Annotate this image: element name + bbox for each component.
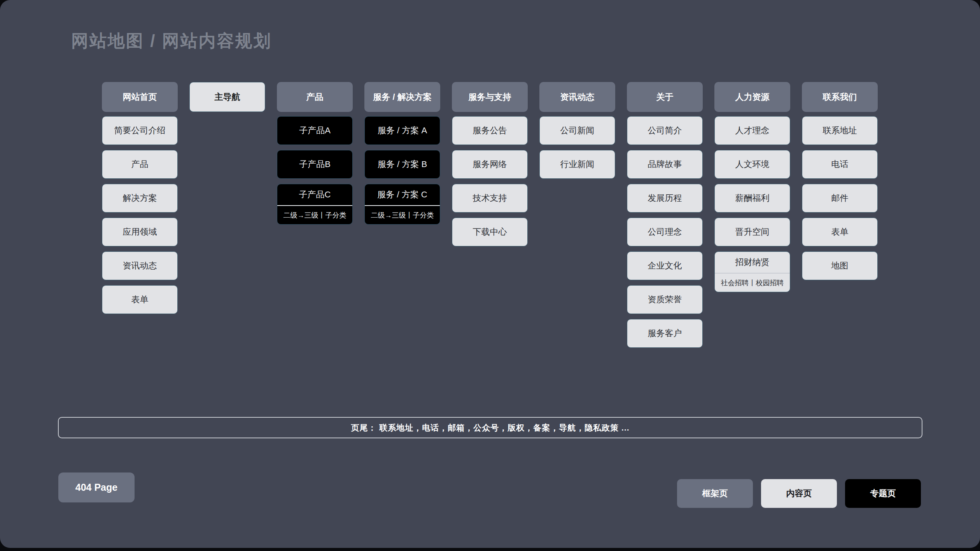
- sitemap-node-home-1[interactable]: 产品: [102, 150, 178, 179]
- node-sub-label: 二级→三级丨子分类: [365, 205, 440, 224]
- legend-special-page[interactable]: 专题页: [845, 479, 921, 508]
- sitemap-node-about-6[interactable]: 服务客户: [627, 319, 703, 348]
- column-about: 关于公司简介品牌故事发展历程公司理念企业文化资质荣誉服务客户: [627, 82, 703, 353]
- sitemap-node-home-5[interactable]: 表单: [102, 285, 178, 314]
- sitemap-node-about-3[interactable]: 公司理念: [627, 218, 703, 246]
- sitemap-node-products-1[interactable]: 子产品B: [277, 150, 353, 179]
- legend-frame-page[interactable]: 框架页: [677, 479, 753, 508]
- sitemap-node-support-2[interactable]: 技术支持: [452, 184, 528, 213]
- node-label: 招财纳贤: [715, 252, 790, 273]
- sitemap-node-hr-0[interactable]: 人才理念: [714, 116, 790, 145]
- sitemap-node-home-3[interactable]: 应用领域: [102, 218, 178, 246]
- sitemap-node-hr-2[interactable]: 薪酬福利: [714, 184, 790, 213]
- sitemap-node-about-0[interactable]: 公司简介: [627, 116, 703, 145]
- node-label: 服务 / 方案 C: [365, 184, 440, 205]
- sitemap-node-products-0[interactable]: 子产品A: [277, 116, 353, 145]
- sitemap-node-hr-4[interactable]: 招财纳贤社会招聘丨校园招聘: [714, 251, 790, 292]
- sitemap-node-about-1[interactable]: 品牌故事: [627, 150, 703, 179]
- sitemap-node-contact-3[interactable]: 表单: [802, 218, 878, 246]
- column-header-services-solutions[interactable]: 服务 / 解决方案: [364, 82, 440, 112]
- column-contact: 联系我们联系地址电话邮件表单地图: [802, 82, 878, 285]
- sitemap-node-services-solutions-1[interactable]: 服务 / 方案 B: [364, 150, 440, 179]
- column-header-support[interactable]: 服务与支持: [452, 82, 528, 112]
- sitemap-node-contact-4[interactable]: 地图: [802, 251, 878, 280]
- column-header-news[interactable]: 资讯动态: [539, 82, 615, 112]
- column-services-solutions: 服务 / 解决方案服务 / 方案 A服务 / 方案 B服务 / 方案 C二级→三…: [364, 82, 440, 230]
- sitemap-node-hr-3[interactable]: 晋升空间: [714, 218, 790, 246]
- node-label: 子产品C: [277, 184, 352, 205]
- column-header-hr[interactable]: 人力资源: [714, 82, 790, 112]
- legend-content-page[interactable]: 内容页: [761, 479, 837, 508]
- sitemap-node-services-solutions-0[interactable]: 服务 / 方案 A: [364, 116, 440, 145]
- sitemap-node-support-0[interactable]: 服务公告: [452, 116, 528, 145]
- sitemap-node-home-0[interactable]: 简要公司介绍: [102, 116, 178, 145]
- sitemap-node-support-3[interactable]: 下载中心: [452, 218, 528, 246]
- node-sub-label: 二级→三级丨子分类: [277, 205, 352, 224]
- column-header-main-nav[interactable]: 主导航: [189, 82, 265, 112]
- sitemap-node-about-4[interactable]: 企业文化: [627, 251, 703, 280]
- column-header-products[interactable]: 产品: [277, 82, 353, 112]
- column-products: 产品子产品A子产品B子产品C二级→三级丨子分类: [277, 82, 353, 230]
- footer-node[interactable]: 页尾： 联系地址，电话，邮箱，公众号，版权，备案，导航，隐私政策 ...: [58, 417, 922, 438]
- sitemap-node-home-4[interactable]: 资讯动态: [102, 251, 178, 280]
- page-title: 网站地图 / 网站内容规划: [71, 30, 272, 52]
- page-type-legend: 框架页 内容页 专题页: [677, 479, 921, 508]
- sitemap-node-about-2[interactable]: 发展历程: [627, 184, 703, 213]
- sitemap-node-home-2[interactable]: 解决方案: [102, 184, 178, 213]
- sitemap-node-products-2[interactable]: 子产品C二级→三级丨子分类: [277, 184, 353, 225]
- column-header-contact[interactable]: 联系我们: [802, 82, 878, 112]
- node-sub-label: 社会招聘丨校园招聘: [715, 273, 790, 292]
- column-support: 服务与支持服务公告服务网络技术支持下载中心: [452, 82, 528, 251]
- sitemap-node-news-0[interactable]: 公司新闻: [539, 116, 615, 145]
- column-main-nav: 主导航: [189, 82, 265, 116]
- sitemap-node-services-solutions-2[interactable]: 服务 / 方案 C二级→三级丨子分类: [364, 184, 440, 225]
- sitemap-node-contact-0[interactable]: 联系地址: [802, 116, 878, 145]
- sitemap-node-hr-1[interactable]: 人文环境: [714, 150, 790, 179]
- column-header-about[interactable]: 关于: [627, 82, 703, 112]
- sitemap-node-contact-2[interactable]: 邮件: [802, 184, 878, 213]
- column-home: 网站首页简要公司介绍产品解决方案应用领域资讯动态表单: [102, 82, 178, 319]
- column-header-home[interactable]: 网站首页: [102, 82, 178, 112]
- sitemap-node-support-1[interactable]: 服务网络: [452, 150, 528, 179]
- column-news: 资讯动态公司新闻行业新闻: [539, 82, 615, 184]
- canvas-panel: 网站地图 / 网站内容规划 网站首页简要公司介绍产品解决方案应用领域资讯动态表单…: [0, 0, 980, 548]
- sitemap-node-contact-1[interactable]: 电话: [802, 150, 878, 179]
- sitemap-node-about-5[interactable]: 资质荣誉: [627, 285, 703, 314]
- sitemap-canvas: 网站地图 / 网站内容规划 网站首页简要公司介绍产品解决方案应用领域资讯动态表单…: [0, 0, 980, 551]
- sitemap-columns: 网站首页简要公司介绍产品解决方案应用领域资讯动态表单主导航产品子产品A子产品B子…: [102, 82, 878, 353]
- sitemap-node-news-1[interactable]: 行业新闻: [539, 150, 615, 179]
- column-hr: 人力资源人才理念人文环境薪酬福利晋升空间招财纳贤社会招聘丨校园招聘: [714, 82, 790, 297]
- not-found-page-node[interactable]: 404 Page: [58, 473, 135, 502]
